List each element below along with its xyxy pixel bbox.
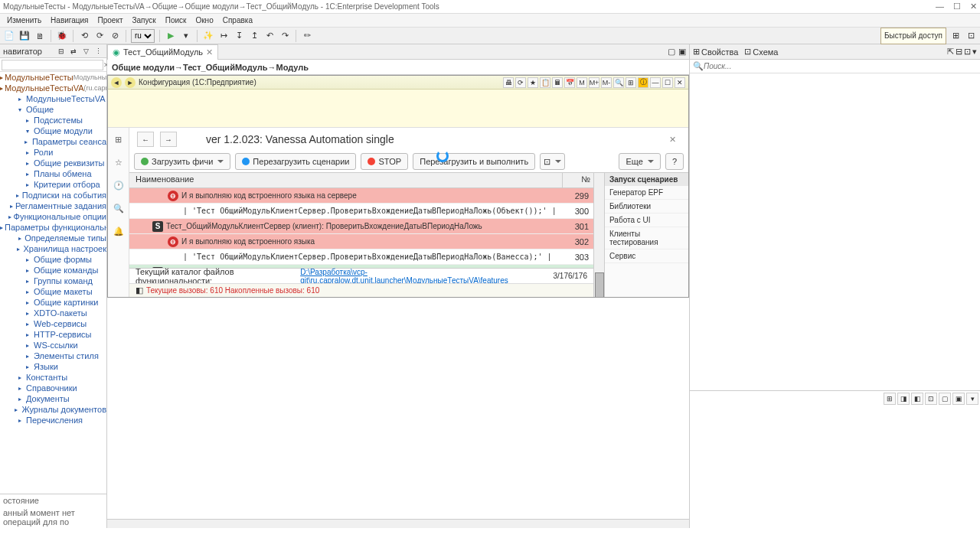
tree-item[interactable]: ▸Параметры сеанса [0, 136, 106, 147]
scenario-row[interactable]: | 'Тест_ОбщийМодульКлиентСервер.Проверит… [129, 204, 593, 219]
stop-bg-icon[interactable]: ⊘ [109, 30, 121, 42]
w-close-icon[interactable]: ✕ [675, 77, 685, 88]
load-features-button[interactable]: Загрузить фичи [134, 153, 230, 170]
rb-icon3[interactable]: ◧ [911, 393, 923, 405]
step3-icon[interactable]: ↥ [248, 30, 260, 42]
search-rail-icon[interactable]: 🔍 [112, 201, 126, 215]
side-item[interactable]: Библиотеки [605, 200, 688, 214]
tree-item[interactable]: ▸Перечисления [0, 415, 106, 425]
min-view-icon[interactable]: ▢ [668, 47, 675, 57]
help-button[interactable]: ? [665, 153, 684, 170]
views-icon[interactable]: ⊞ [949, 30, 962, 42]
menu-Окно[interactable]: Окно [191, 16, 217, 24]
marker-icon[interactable]: ✏ [301, 30, 313, 42]
menu-Проект[interactable]: Проект [94, 16, 127, 24]
inner-fwd-icon[interactable]: ► [125, 77, 136, 88]
scenario-row[interactable]: SТест_ОбщийМодульКлиентСервер (клиент): … [129, 219, 593, 234]
tree-item[interactable]: ▸Общие реквизиты [0, 158, 106, 168]
w-min-icon[interactable]: — [650, 77, 661, 88]
bottom-sash[interactable] [107, 519, 689, 528]
tree-item[interactable]: ▸Общие команды [0, 265, 106, 276]
scenario-row[interactable]: ⊖И я выполняю код встроенного языка302 [129, 234, 593, 249]
w-cal-icon[interactable]: 📅 [564, 77, 575, 88]
tree-item[interactable]: ▸Определяемые типы [0, 233, 106, 243]
tree-filter-input[interactable] [2, 60, 103, 70]
tree-item[interactable]: ▸HTTP-сервисы [0, 329, 106, 340]
col-name-header[interactable]: Наименование [129, 173, 563, 187]
tree-item[interactable]: ▸Критерии отбора [0, 179, 106, 190]
language-select[interactable]: ru [131, 29, 155, 43]
w-fav-icon[interactable]: ★ [528, 77, 538, 88]
tree-item[interactable]: ▸Хранилища настроек [0, 243, 106, 254]
step-icon[interactable]: ↦ [217, 30, 230, 42]
tree-item[interactable]: ▸Документы [0, 393, 106, 404]
w-refresh-icon[interactable]: ⟳ [515, 77, 526, 88]
rb-icon5[interactable]: ▢ [939, 393, 951, 405]
side-item[interactable]: Клиенты тестирования [605, 227, 688, 249]
tree-item[interactable]: ▸Функциональные опции [0, 211, 106, 222]
tree-item[interactable]: ▸Общие макеты [0, 286, 106, 297]
collapse-icon[interactable]: ⊟ [56, 46, 67, 57]
more-button[interactable]: Еще [619, 153, 660, 170]
tree-item[interactable]: ▸Регламентные задания [0, 201, 106, 211]
rb-icon1[interactable]: ⊞ [884, 393, 896, 405]
scenario-row[interactable]: | 'Тест_ОбщийМодульКлиентСервер.Проверит… [129, 249, 593, 265]
inner-back-icon[interactable]: ◄ [111, 77, 122, 88]
menu-Запуск[interactable]: Запуск [128, 16, 159, 24]
schema-tab[interactable]: ⊡Схема [744, 47, 778, 57]
wand-icon[interactable]: ✨ [202, 30, 214, 42]
w-print-icon[interactable]: 🖶 [503, 77, 514, 88]
tree-item[interactable]: ▾Общие [0, 104, 106, 115]
w-zoom-icon[interactable]: 🔍 [613, 77, 624, 88]
tab-close-icon[interactable]: ✕ [206, 47, 213, 57]
tree-item[interactable]: ▸Общие формы [0, 254, 106, 265]
rb-icon7[interactable]: ▾ [966, 393, 978, 405]
nav-back-button[interactable]: ← [137, 132, 154, 147]
tree-item[interactable]: ▸Журналы документов [0, 404, 106, 415]
w-max-icon[interactable]: ☐ [662, 77, 673, 88]
step2-icon[interactable]: ↧ [233, 30, 245, 42]
close-icon[interactable]: ✕ [970, 2, 977, 11]
tree-item[interactable]: ▸Группы команд [0, 276, 106, 286]
star-icon[interactable]: ☆ [112, 155, 126, 169]
side-item[interactable]: Генератор EPF [605, 186, 688, 200]
rb-icon4[interactable]: ⊡ [925, 393, 937, 405]
filter-icon[interactable]: ▽ [80, 46, 91, 57]
tree-item[interactable]: ▸МодульныеТесты Модульные [0, 72, 106, 83]
prop-icon4[interactable]: ▾ [972, 47, 977, 57]
prop-icon2[interactable]: ⊟ [956, 47, 962, 57]
catalog-link[interactable]: D:\Разработка\vcp-git\ru.capralow.dt.uni… [300, 268, 548, 285]
tree-item[interactable]: ▸Справочники [0, 383, 106, 393]
rb-icon6[interactable]: ▣ [952, 393, 965, 405]
undo-icon[interactable]: ↶ [263, 30, 276, 42]
menu-Изменить[interactable]: Изменить [3, 16, 45, 24]
menu-Навигация[interactable]: Навигация [47, 16, 92, 24]
tree-item[interactable]: ▸Подсистемы [0, 115, 106, 126]
back-icon[interactable]: ⟲ [78, 30, 90, 42]
run-icon[interactable]: ▶ [165, 30, 177, 42]
tree-item[interactable]: ▸Элементы стиля [0, 350, 106, 361]
side-item[interactable]: Сервис [605, 249, 688, 263]
bell-icon[interactable]: 🔔 [112, 224, 126, 238]
tree-item[interactable]: ▸Планы обмена [0, 168, 106, 179]
link-icon[interactable]: ⇄ [68, 46, 79, 57]
panel-close-icon[interactable]: ✕ [669, 135, 681, 145]
tree-item[interactable]: ▸Языки [0, 361, 106, 372]
col-num-header[interactable]: № [563, 173, 593, 187]
save-icon[interactable]: 💾 [18, 30, 31, 42]
quick-access[interactable]: Быстрый доступ [880, 28, 946, 44]
minimize-icon[interactable]: — [936, 2, 944, 11]
scenario-row[interactable]: SТест_ОбщийМодульКлиентСервер (сервер): … [129, 265, 593, 268]
tree-item[interactable]: ▸Общие картинки [0, 297, 106, 308]
w-clip-icon[interactable]: 📋 [540, 77, 550, 88]
options-button[interactable]: ⊡ [540, 153, 565, 170]
redo-icon[interactable]: ↷ [279, 30, 291, 42]
menu-Справка[interactable]: Справка [219, 16, 256, 24]
grid-icon[interactable]: ⊞ [112, 132, 126, 146]
tree-item[interactable]: ▸МодульныеТестыVA (ru.capralo [0, 83, 106, 93]
reload-scenarios-button[interactable]: Перезагрузить сценарии [235, 153, 356, 170]
side-item[interactable]: Работа с UI [605, 214, 688, 227]
tree-item[interactable]: ▸XDTO-пакеты [0, 308, 106, 318]
prop-icon1[interactable]: ⇱ [947, 47, 954, 57]
tree-item[interactable]: ▾Общие модули [0, 126, 106, 136]
